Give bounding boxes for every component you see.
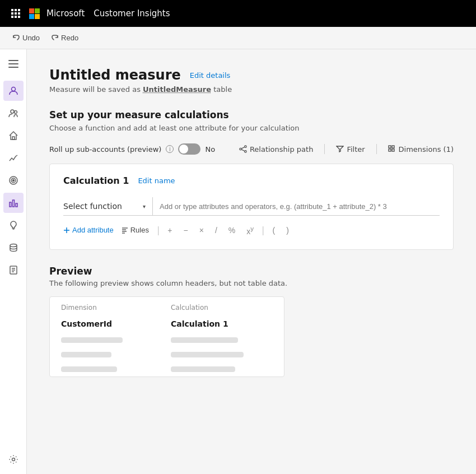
svg-line-33 [241, 147, 244, 149]
op-div-button[interactable]: / [212, 224, 221, 237]
svg-point-24 [10, 244, 17, 247]
func-select-label: Select function [63, 202, 139, 211]
dimensions-button[interactable]: Dimensions (1) [388, 145, 454, 154]
preview-table: Dimension Calculation CustomerId Calcula… [50, 297, 284, 377]
svg-rect-19 [10, 202, 11, 207]
setup-subtext: Choose a function and add at least one a… [49, 124, 454, 132]
sidebar-icon-home[interactable] [3, 126, 24, 146]
sidebar-icon-bulb[interactable] [3, 215, 24, 235]
svg-point-14 [14, 111, 17, 114]
rollup-toggle[interactable] [178, 143, 200, 155]
op-mod-button[interactable]: % [225, 224, 239, 237]
edit-details-link[interactable]: Edit details [190, 71, 231, 80]
preview-skeleton-calc-1 [160, 333, 284, 347]
func-select-dropdown[interactable]: Select function ▾ [63, 197, 153, 215]
svg-line-34 [241, 150, 244, 151]
op-pow-button[interactable]: xy [243, 222, 257, 238]
page-subtitle: Measure will be saved as UntitledMeasure… [49, 85, 454, 94]
subtitle-table: UntitledMeasure [143, 85, 211, 94]
rules-label: Rules [130, 226, 149, 234]
rollup-row: Roll up sub-accounts (preview) i No [49, 143, 454, 155]
svg-rect-3 [11, 12, 13, 15]
app-name: Microsoft [46, 8, 85, 18]
add-attribute-button[interactable]: Add attribute [63, 224, 114, 236]
filter-label: Filter [347, 145, 365, 154]
filter-button[interactable]: Filter [336, 145, 365, 154]
op-mul-button[interactable]: × [196, 224, 207, 237]
sidebar-icon-chart[interactable] [3, 193, 24, 213]
preview-table-wrap: Dimension Calculation CustomerId Calcula… [49, 296, 284, 377]
product-name: Customer Insights [94, 8, 170, 18]
svg-rect-4 [15, 12, 17, 15]
attr-input[interactable] [153, 198, 440, 215]
edit-name-link[interactable]: Edit name [138, 176, 175, 185]
svg-rect-11 [8, 67, 18, 68]
svg-rect-38 [392, 149, 394, 151]
rules-button[interactable]: Rules [118, 224, 152, 236]
sidebar-icon-analytics[interactable] [3, 148, 24, 168]
sidebar-icon-report[interactable] [3, 260, 24, 280]
op-sub-button[interactable]: − [180, 224, 192, 237]
svg-point-18 [12, 180, 14, 182]
op-lparen-button[interactable]: ( [269, 224, 278, 237]
sidebar-icon-data[interactable] [3, 238, 24, 258]
calc-card-header: Calculation 1 Edit name [63, 175, 440, 186]
subtitle-suffix: table [213, 85, 232, 94]
svg-rect-20 [12, 200, 14, 207]
sidebar-hamburger[interactable] [3, 54, 24, 74]
svg-point-29 [12, 458, 15, 461]
relationship-path-label: Relationship path [250, 145, 314, 154]
add-attr-label: Add attribute [72, 226, 114, 234]
preview-skeleton-calc-3 [160, 362, 284, 377]
rollup-toggle-state: No [205, 145, 215, 154]
svg-rect-35 [389, 146, 391, 148]
preview-col-calculation: Calculation [160, 297, 284, 315]
calc-inputs-row: Select function ▾ [63, 197, 440, 216]
svg-rect-5 [18, 12, 20, 15]
calc-card-title: Calculation 1 [63, 175, 129, 186]
preview-skeleton-dim-2 [50, 347, 160, 362]
op-add-button[interactable]: + [164, 224, 175, 237]
svg-rect-6 [11, 16, 13, 18]
sidebar [0, 49, 27, 474]
page-title: Untitled measure [49, 67, 181, 83]
rollup-info-icon[interactable]: i [166, 145, 174, 153]
top-nav: Microsoft Customer Insights [0, 0, 476, 27]
svg-point-32 [245, 151, 247, 153]
op-rparen-button[interactable]: ) [283, 224, 292, 237]
preview-col-dimension: Dimension [50, 297, 160, 315]
undo-button[interactable]: Undo [9, 31, 43, 44]
undo-label: Undo [22, 34, 40, 42]
table-row [50, 347, 284, 362]
func-chevron-icon: ▾ [143, 203, 146, 210]
preview-subtext: The following preview shows column heade… [49, 279, 454, 287]
page-title-row: Untitled measure Edit details [49, 67, 454, 83]
svg-rect-2 [18, 9, 20, 11]
svg-rect-21 [16, 203, 17, 207]
svg-rect-15 [12, 137, 15, 140]
rollup-label: Roll up sub-accounts (preview) [49, 145, 161, 154]
table-row [50, 362, 284, 377]
rollup-left: Roll up sub-accounts (preview) i No [49, 143, 215, 155]
redo-button[interactable]: Redo [48, 31, 82, 44]
preview-skeleton-dim-3 [50, 362, 160, 377]
table-row [50, 333, 284, 347]
sidebar-icon-contacts[interactable] [3, 103, 24, 123]
sidebar-icon-audience[interactable] [3, 81, 24, 101]
setup-heading: Set up your measure calculations [49, 109, 454, 120]
svg-point-12 [11, 87, 15, 91]
svg-rect-7 [15, 16, 17, 18]
svg-point-13 [11, 110, 14, 113]
svg-rect-37 [392, 146, 394, 148]
relationship-path-button[interactable]: Relationship path [239, 145, 314, 154]
preview-heading: Preview [49, 266, 454, 277]
svg-rect-0 [11, 9, 13, 11]
preview-customer-id: CustomerId [50, 315, 160, 333]
toolbar: Undo Redo [0, 27, 476, 49]
redo-label: Redo [61, 34, 78, 42]
grid-icon[interactable] [9, 7, 22, 20]
dimensions-label: Dimensions (1) [399, 145, 454, 154]
preview-skeleton-calc-2 [160, 347, 284, 362]
sidebar-icon-target[interactable] [3, 170, 24, 190]
sidebar-icon-settings[interactable] [3, 449, 24, 470]
